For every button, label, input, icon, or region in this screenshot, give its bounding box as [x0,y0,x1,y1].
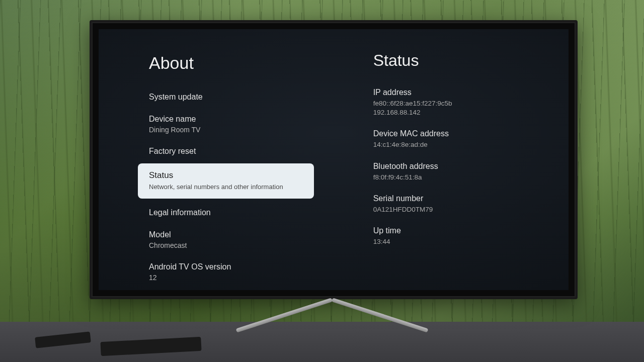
detail-ip-address: IP address fe80::6f28:ae15:f227:9c5b192.… [373,88,569,117]
detail-value: fe80::6f28:ae15:f227:9c5b192.168.88.142 [373,99,569,117]
menu-item-subtitle: Chromecast [149,241,343,249]
detail-pane-title: Status [373,51,569,70]
detail-label: Up time [373,226,569,235]
menu-item-factory-reset[interactable]: Factory reset [149,141,343,161]
menu-item-title: Model [149,230,343,239]
menu-item-title: Factory reset [149,147,343,156]
status-detail-pane: Status IP address fe80::6f28:ae15:f227:9… [343,29,569,290]
detail-value: f8:0f:f9:4c:51:8a [373,173,569,182]
detail-label: Serial number [373,194,569,203]
menu-item-subtitle: Network, serial numbers and other inform… [149,183,303,191]
menu-item-title: Android TV OS version [149,262,343,272]
detail-serial-number: Serial number 0A121HFDD0TM79 [373,194,569,214]
menu-item-subtitle: Dining Room TV [149,126,343,134]
about-menu-pane: About System update Device name Dining R… [99,29,343,290]
menu-item-subtitle: 12 [149,274,343,282]
menu-item-title: Status [149,170,303,180]
menu-item-system-update[interactable]: System update [149,87,343,107]
menu-item-status[interactable]: Status Network, serial numbers and other… [138,163,314,199]
detail-label: Bluetooth address [373,162,569,171]
detail-value: 0A121HFDD0TM79 [373,205,569,214]
page-title: About [149,53,343,73]
detail-label: Device MAC address [373,129,569,138]
tv-screen: About System update Device name Dining R… [99,29,569,290]
menu-item-android-tv-os-version[interactable]: Android TV OS version 12 [149,257,343,287]
detail-up-time: Up time 13:44 [373,226,569,246]
menu-item-title: System update [149,93,343,102]
detail-label: IP address [373,88,569,97]
tv-frame: About System update Device name Dining R… [90,20,578,299]
detail-bluetooth-address: Bluetooth address f8:0f:f9:4c:51:8a [373,162,569,182]
detail-device-mac-address: Device MAC address 14:c1:4e:8e:ad:de [373,129,569,149]
tv-stand [231,298,433,333]
menu-item-device-name[interactable]: Device name Dining Room TV [149,109,343,139]
menu-item-legal-information[interactable]: Legal information [149,203,343,223]
detail-value: 14:c1:4e:8e:ad:de [373,140,569,149]
menu-item-model[interactable]: Model Chromecast [149,225,343,255]
detail-value: 13:44 [373,237,569,246]
menu-item-title: Legal information [149,208,343,217]
menu-item-title: Device name [149,115,343,124]
